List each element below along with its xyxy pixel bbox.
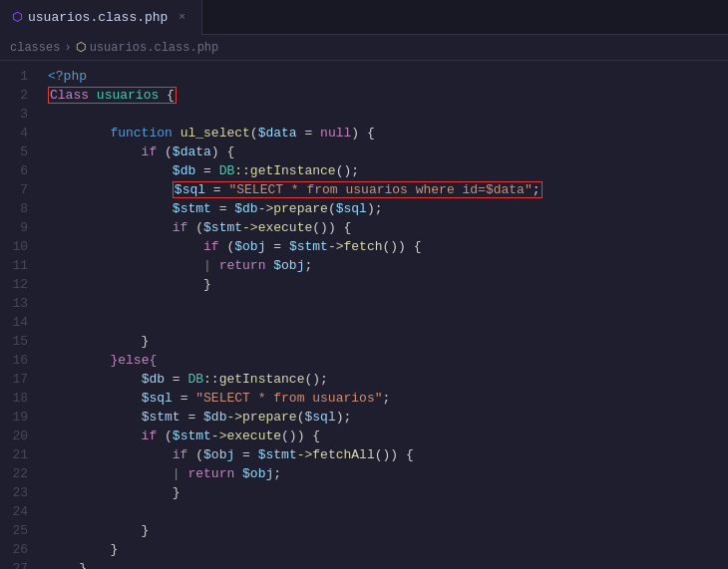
line-number: 19 — [0, 408, 32, 427]
folder-icon: ⬡ — [76, 40, 86, 55]
token: ); — [336, 410, 352, 425]
token: (); — [304, 372, 327, 387]
token — [48, 258, 203, 273]
token: ; — [304, 258, 312, 273]
code-line: function ul_select($data = null) { — [40, 124, 728, 142]
token — [48, 201, 173, 216]
token: = — [195, 163, 218, 178]
code-line: }else{ — [40, 351, 728, 370]
code-line: } — [40, 275, 728, 294]
token: null — [320, 126, 351, 141]
token: ()) { — [281, 428, 320, 443]
token: = — [165, 372, 187, 387]
token: ( — [250, 126, 258, 141]
token: $stmt — [258, 447, 297, 462]
token: $sql — [304, 410, 335, 425]
token: $stmt — [203, 220, 242, 235]
code-line: } — [40, 559, 728, 569]
token: } — [48, 485, 181, 500]
line-number: 8 — [0, 199, 32, 218]
token: ->prepare — [258, 201, 328, 216]
token: = — [234, 447, 257, 462]
code-content[interactable]: <?phpClass usuarios { function ul_select… — [40, 61, 728, 569]
code-line: if ($data) { — [40, 142, 728, 161]
token: ); — [367, 201, 383, 216]
token — [48, 466, 173, 481]
line-numbers: 1234567891011121314151617181920212223242… — [0, 61, 40, 569]
token: $stmt — [173, 428, 211, 443]
token: $data — [258, 126, 297, 141]
token: if — [48, 144, 157, 159]
token: ->fetchAll — [297, 447, 375, 462]
line-number: 14 — [0, 313, 32, 332]
breadcrumb-classes: classes — [10, 41, 60, 55]
line-number: 21 — [0, 445, 32, 464]
code-line: } — [40, 540, 728, 559]
token — [48, 372, 142, 387]
token: ; — [382, 391, 390, 406]
token: ()) { — [383, 239, 422, 254]
code-line: if ($obj = $stmt->fetchAll()) { — [40, 445, 728, 464]
token: ->execute — [211, 428, 281, 443]
line-number: 13 — [0, 294, 32, 313]
token: | — [203, 258, 219, 273]
token: DB — [219, 163, 235, 178]
token: = — [297, 126, 320, 141]
token: <?php — [48, 69, 87, 84]
code-line — [40, 502, 728, 521]
tab-bar: ⬡ usuarios.class.php × — [0, 0, 728, 35]
token: = — [173, 391, 195, 406]
line-number: 18 — [0, 389, 32, 408]
token: ()) { — [375, 447, 414, 462]
breadcrumb-separator: › — [64, 41, 71, 55]
token: ) { — [351, 126, 374, 141]
code-line: } — [40, 521, 728, 540]
token — [48, 353, 110, 368]
code-line: $stmt = $db->prepare($sql); — [40, 408, 728, 427]
token — [48, 163, 173, 178]
token: $db — [234, 201, 257, 216]
line-number: 25 — [0, 521, 32, 540]
code-line — [40, 294, 728, 313]
code-line: | return $obj; — [40, 256, 728, 275]
token: } — [48, 561, 87, 569]
token: $obj — [242, 466, 273, 481]
code-line: if ($obj = $stmt->fetch()) { — [40, 237, 728, 256]
token: function — [48, 126, 173, 141]
token: $sql — [336, 201, 367, 216]
token: return — [219, 258, 266, 273]
line-number: 9 — [0, 218, 32, 237]
breadcrumb-file: usuarios.class.php — [90, 41, 219, 55]
code-line: } — [40, 332, 728, 351]
code-line — [40, 313, 728, 332]
token: ( — [157, 144, 173, 159]
token: ul_select — [173, 126, 250, 141]
code-line: <?php — [40, 67, 728, 86]
token: $data — [173, 144, 211, 159]
token: "SELECT * from usuarios" — [195, 391, 382, 406]
token: = — [265, 239, 288, 254]
token: DB — [187, 372, 203, 387]
token: $db — [142, 372, 165, 387]
token — [234, 466, 242, 481]
token: ( — [187, 447, 203, 462]
tab-usuarios[interactable]: ⬡ usuarios.class.php × — [0, 0, 202, 35]
code-line: $db = DB::getInstance(); — [40, 161, 728, 180]
token: $stmt — [142, 410, 181, 425]
token: } — [48, 523, 149, 538]
line-number: 6 — [0, 161, 32, 180]
line-number: 22 — [0, 464, 32, 483]
token: return — [187, 466, 234, 481]
token: }else{ — [110, 353, 157, 368]
line-number: 12 — [0, 275, 32, 294]
line-number: 26 — [0, 540, 32, 559]
close-icon[interactable]: × — [174, 9, 189, 25]
code-line: if ($stmt->execute()) { — [40, 427, 728, 445]
token: ) { — [211, 144, 234, 159]
token: $stmt — [173, 201, 211, 216]
line-number: 27 — [0, 559, 32, 569]
code-line — [40, 105, 728, 124]
code-line: | return $obj; — [40, 464, 728, 483]
tab-label: usuarios.class.php — [28, 10, 168, 25]
line-number: 11 — [0, 256, 32, 275]
